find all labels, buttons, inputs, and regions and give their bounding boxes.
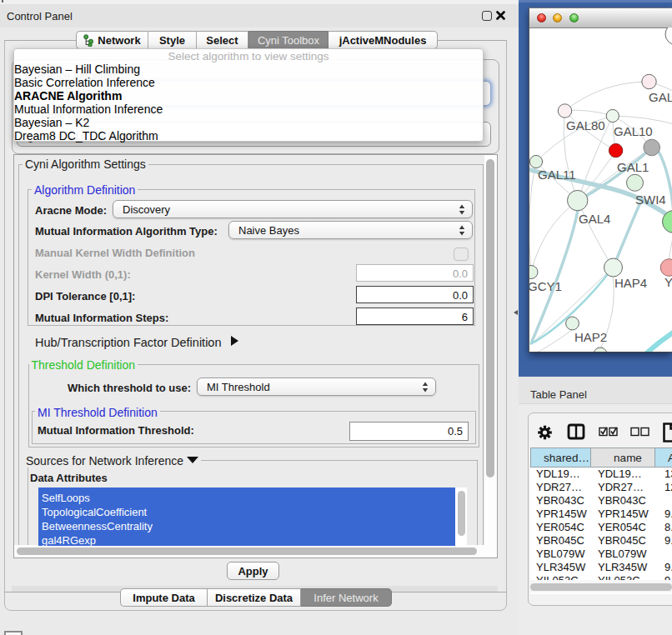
svg-text:GAL: GAL <box>649 90 672 104</box>
svg-text:GAL80: GAL80 <box>566 118 605 132</box>
svg-text:GAL4: GAL4 <box>579 212 610 226</box>
svg-text:GAL10: GAL10 <box>614 124 653 138</box>
svg-text:SWI4: SWI4 <box>635 192 666 207</box>
svg-text:GCY1: GCY1 <box>529 279 562 293</box>
svg-text:HAP2: HAP2 <box>574 330 607 344</box>
svg-text:Y: Y <box>664 275 672 289</box>
svg-text:HAP4: HAP4 <box>614 276 647 290</box>
svg-text:GAL11: GAL11 <box>538 168 576 182</box>
svg-text:GAL1: GAL1 <box>617 160 649 174</box>
